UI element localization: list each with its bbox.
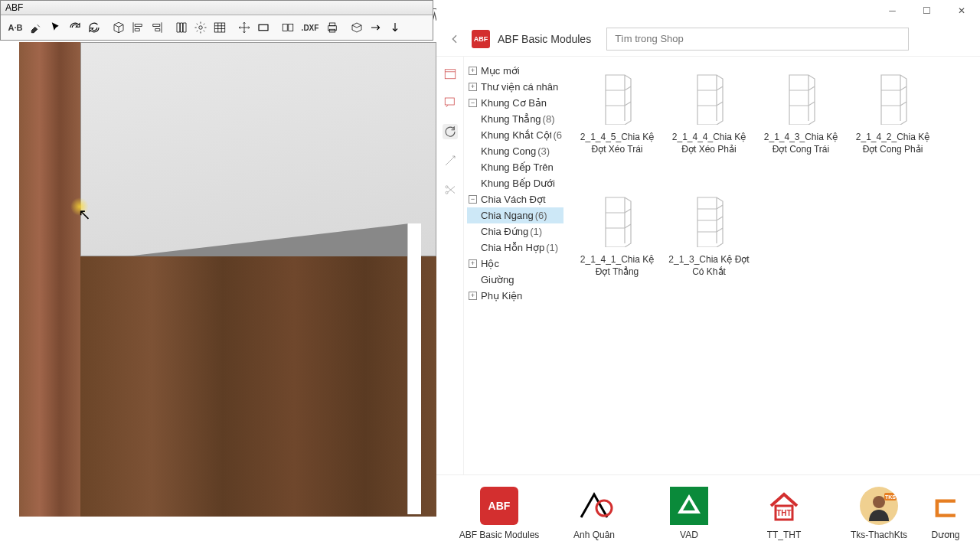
tool-select[interactable] (47, 18, 65, 37)
provider-tt-tht[interactable]: THT TT_THT (737, 487, 831, 540)
gallery-item[interactable]: 2_1_4_4_Chia Kệ Đợt Xéo Phải (663, 64, 755, 187)
panel-header: ABF ABF Basic Modules (436, 21, 980, 57)
tree-chia-hon-hop[interactable]: Chia Hỗn Hợp(1) (467, 240, 564, 256)
svg-rect-6 (329, 23, 335, 26)
panel-title: ABF Basic Modules (498, 33, 591, 45)
svg-point-11 (446, 191, 448, 194)
abf-toolbar: A·B .DXF (1, 15, 433, 40)
tool-eraser[interactable] (28, 18, 46, 37)
tool-table[interactable] (211, 18, 229, 37)
tree-muc-moi[interactable]: +Mục mới (467, 63, 564, 79)
tool-align-l[interactable] (129, 18, 147, 37)
shelf-thumb-icon (774, 67, 828, 129)
provider-abf[interactable]: ABF ABF Basic Modules (452, 487, 547, 540)
panel-side (19, 42, 80, 517)
abf-toolbar-window: ABF A·B .DXF (0, 0, 433, 41)
comment-icon[interactable] (443, 95, 458, 110)
side-iconbar (436, 57, 464, 474)
abf-title[interactable]: ABF (1, 1, 433, 15)
provider-anh-quan[interactable]: Anh Quân (547, 487, 642, 540)
tree-khung-co-ban[interactable]: −Khung Cơ Bản (467, 95, 564, 111)
shelf-thumb-icon (590, 67, 644, 129)
tree-khung-bep-duoi[interactable]: Khung Bếp Dưới (467, 175, 564, 191)
window-controls: ─ ☐ ✕ (436, 0, 980, 21)
svg-rect-3 (283, 24, 287, 31)
viewport-3d[interactable]: ↖ (0, 0, 436, 551)
sync-icon[interactable] (443, 124, 458, 139)
gallery-item[interactable]: 2_1_4_5_Chia Kệ Đợt Xéo Trái (571, 64, 663, 187)
tool-align-r[interactable] (148, 18, 166, 37)
svg-point-15 (873, 496, 885, 508)
tool-arrow-r[interactable] (367, 18, 385, 37)
category-tree: +Mục mới +Thư viện cá nhân −Khung Cơ Bản… (464, 57, 567, 474)
tool-columns[interactable] (172, 18, 191, 37)
svg-point-0 (199, 26, 203, 30)
measure-icon[interactable] (443, 153, 458, 168)
shelf-thumb-icon (866, 67, 920, 129)
tree-phu-kien[interactable]: +Phụ Kiện (467, 288, 564, 304)
tree-hoc[interactable]: +Hộc (467, 256, 564, 272)
svg-rect-2 (259, 24, 268, 31)
tree-chia-dung[interactable]: Chia Đứng(1) (467, 223, 564, 240)
tool-box[interactable] (348, 18, 366, 37)
tool-refresh-2[interactable] (85, 18, 103, 37)
svg-point-10 (446, 186, 448, 188)
tool-move[interactable] (235, 18, 253, 37)
tool-dxf[interactable]: .DXF (298, 18, 322, 37)
tree-chia-ngang[interactable]: Chia Ngang(6) (467, 207, 564, 223)
tool-panels[interactable] (279, 18, 297, 37)
tree-giuong[interactable]: Giường (467, 272, 564, 288)
tree-khung-thang[interactable]: Khung Thẳng(8) (467, 111, 564, 127)
gallery-item[interactable]: 2_1_3_Chia Kệ Đợt Có Khắt (663, 187, 755, 309)
shelf-thumb-icon (682, 190, 736, 251)
maximize-button[interactable]: ☐ (910, 0, 944, 21)
tool-cube[interactable] (109, 18, 128, 37)
tree-khung-bep-tren[interactable]: Khung Bếp Trên (467, 159, 564, 175)
svg-rect-9 (445, 98, 454, 105)
svg-rect-4 (289, 24, 293, 31)
cursor-icon: ↖ (78, 205, 91, 223)
svg-text:TKS: TKS (885, 494, 896, 500)
tree-chia-vach[interactable]: −Chia Vách Đợt (467, 191, 564, 207)
tool-refresh-1[interactable] (66, 18, 84, 37)
tree-thu-vien[interactable]: +Thư viện cá nhân (467, 79, 564, 95)
tree-khung-cong[interactable]: Khung Cong(3) (467, 143, 564, 159)
abf-logo-icon: ABF (472, 30, 490, 48)
calendar-icon[interactable] (443, 66, 458, 81)
close-button[interactable]: ✕ (944, 0, 978, 21)
library-panel: ─ ☐ ✕ ABF ABF Basic Modules +Mục mới +Th… (436, 0, 980, 551)
tool-arrow-d[interactable] (386, 18, 404, 37)
gallery-item[interactable]: 2_1_4_2_Chia Kệ Đợt Cong Phải (847, 64, 939, 187)
svg-rect-1 (214, 23, 225, 32)
module-gallery: 2_1_4_5_Chia Kệ Đợt Xéo Trái 2_1_4_4_Chi… (567, 57, 980, 474)
provider-tks[interactable]: TKS Tks-ThachKts (831, 487, 926, 540)
provider-strip: ABF ABF Basic Modules Anh Quân VAD THT T… (436, 474, 980, 551)
svg-text:THT: THT (776, 509, 791, 517)
tree-khung-khat[interactable]: Khung Khắt Cột(6 (467, 127, 564, 143)
minimize-button[interactable]: ─ (875, 0, 910, 21)
shelf-thumb-icon (590, 190, 644, 251)
provider-duong[interactable]: ⊏ Dương (926, 487, 965, 540)
tool-settings[interactable] (191, 18, 210, 37)
svg-rect-8 (445, 70, 456, 79)
back-button[interactable] (446, 30, 464, 48)
gallery-item[interactable]: 2_1_4_1_Chia Kệ Đợt Thẳng (571, 187, 663, 309)
tool-print[interactable] (323, 18, 341, 37)
provider-vad[interactable]: VAD (642, 487, 737, 540)
tool-rect[interactable] (254, 18, 273, 37)
panel-front (80, 256, 436, 517)
scissors-icon[interactable] (443, 182, 458, 197)
tool-ab[interactable]: A·B (4, 18, 27, 37)
search-input[interactable] (606, 28, 909, 51)
gallery-item[interactable]: 2_1_4_3_Chia Kệ Đợt Cong Trái (755, 64, 847, 187)
shelf-thumb-icon (682, 67, 736, 129)
panel-edge (407, 223, 421, 514)
